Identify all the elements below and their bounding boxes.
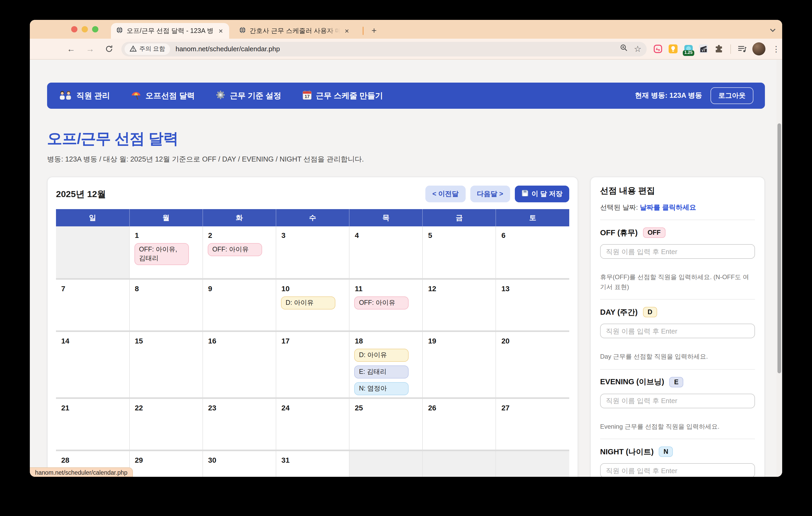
day-number: 9 [203, 279, 276, 293]
calendar-cell-day[interactable]: 18D: 아이유E: 김태리N: 염정아 [349, 331, 423, 398]
calendar-cell-day[interactable]: 27 [496, 398, 569, 450]
calendar-cell-day[interactable]: 22 [129, 398, 202, 450]
umbrella-icon [131, 90, 141, 102]
calendar-cell-day[interactable]: 21 [56, 398, 129, 450]
day-number: 28 [56, 451, 129, 464]
reload-button[interactable] [103, 42, 116, 56]
day-number: 31 [276, 451, 349, 464]
logout-button[interactable]: 로그아웃 [710, 87, 753, 104]
calendar-cell-day[interactable]: 30 [203, 450, 276, 477]
calendar-body: 1OFF: 아이유, 김태리2OFF: 아이유345678910D: 아이유11… [56, 226, 569, 477]
calendar-cell-day[interactable]: 11OFF: 아이유 [349, 279, 423, 331]
calendar-cell-day[interactable]: 13 [496, 279, 569, 331]
off-input[interactable] [600, 244, 755, 259]
calendar-cell-day[interactable]: 31 [276, 450, 349, 477]
tab-inactive[interactable]: 간호사 근무 스케줄러 사용자 매뉴얼 × [234, 23, 355, 39]
save-month-button[interactable]: 이 달 저장 [515, 186, 569, 202]
close-tab-icon[interactable]: × [218, 27, 224, 34]
prev-month-button[interactable]: < 이전달 [426, 186, 465, 202]
save-month-label: 이 달 저장 [531, 189, 562, 199]
calendar-cell-day[interactable]: 26 [423, 398, 496, 450]
event-chip-day[interactable]: D: 아이유 [354, 348, 409, 362]
calendar-cell-day[interactable]: 19 [423, 331, 496, 398]
zoom-window-button[interactable] [92, 26, 98, 32]
calendar-cell-day[interactable]: 29 [129, 450, 202, 477]
calendar-cell-day[interactable]: 7 [56, 279, 129, 331]
calendar-cell-day[interactable]: 15 [129, 331, 202, 398]
day-number: 15 [129, 332, 202, 345]
calendar-cell-day[interactable]: 25 [349, 398, 423, 450]
weekday-sun: 일 [56, 209, 129, 226]
new-tab-button[interactable]: + [368, 25, 380, 37]
next-month-button[interactable]: 다음달 > [470, 186, 510, 202]
nav-item-staff[interactable]: 직원 관리 [59, 90, 110, 101]
weekday-thu: 목 [349, 209, 423, 226]
nav-item-make-schedule[interactable]: 17 근무 스케줄 만들기 [302, 90, 383, 101]
nav-item-label: 오프선점 달력 [145, 91, 195, 101]
nav-item-label: 근무 스케줄 만들기 [316, 91, 383, 101]
calendar-cell-day[interactable]: 17 [276, 331, 349, 398]
calendar-cell-day[interactable]: 4 [349, 226, 423, 279]
browser-menu-icon[interactable]: ⋮ [770, 44, 782, 54]
extensions-puzzle-icon[interactable] [714, 44, 724, 54]
extension-vt-icon[interactable]: VT [698, 44, 709, 54]
event-chip-day[interactable]: D: 아이유 [281, 296, 336, 309]
calendar-cell-day[interactable]: 3 [276, 226, 349, 279]
toolbar-divider [730, 44, 731, 54]
day-number: 7 [56, 279, 129, 293]
address-bar[interactable]: 주의 요함 hanom.net/scheduler/calendar.php ☆ [122, 41, 647, 56]
calendar-cell-day[interactable]: 23 [203, 398, 276, 450]
tab-active[interactable]: 오프/근무 선점 달력 - 123A 병동 × [111, 23, 229, 39]
event-chip-night[interactable]: N: 염정아 [354, 382, 409, 395]
nav-item-settings[interactable]: 근무 기준 설정 [216, 90, 282, 101]
nav-item-off-calendar[interactable]: 오프선점 달력 [131, 90, 195, 102]
evening-input[interactable] [600, 394, 755, 408]
divider [600, 439, 755, 439]
minimize-window-button[interactable] [82, 26, 88, 32]
playlist-music-icon[interactable] [737, 44, 748, 54]
calendar-cell-day[interactable]: 6 [496, 226, 569, 279]
event-chip-off[interactable]: OFF: 아이유, 김태리 [134, 243, 188, 265]
event-chip-off[interactable]: OFF: 아이유 [354, 296, 409, 309]
speed-badge: 1.25 [683, 50, 694, 56]
back-button[interactable]: ← [64, 42, 78, 56]
scrollbar-track[interactable] [776, 60, 782, 477]
scrollbar-thumb[interactable] [778, 123, 781, 373]
tab-divider [362, 27, 364, 35]
editor-title: 선점 내용 편집 [600, 186, 755, 196]
night-input[interactable] [600, 463, 755, 477]
extension-speed-icon[interactable]: 1.25 [683, 44, 694, 54]
zoom-magnifier-icon[interactable] [620, 44, 628, 54]
calendar-cell-day[interactable]: 2OFF: 아이유 [203, 226, 276, 279]
day-input[interactable] [600, 324, 755, 338]
night-badge: N [659, 447, 673, 457]
close-window-button[interactable] [71, 26, 78, 32]
day-number: 19 [423, 332, 495, 345]
close-tab-icon[interactable]: × [344, 27, 350, 34]
chevron-down-icon[interactable] [770, 25, 776, 34]
calendar-cell-day[interactable]: 24 [276, 398, 349, 450]
calendar-cell-day[interactable]: 5 [423, 226, 496, 279]
calendar-cell-empty [56, 226, 129, 279]
calendar-cell-day[interactable]: 8 [129, 279, 202, 331]
site-warning-badge[interactable]: 주의 요함 [125, 43, 170, 55]
calendar-cell-day[interactable]: 9 [203, 279, 276, 331]
calendar-cell-day[interactable]: 20 [496, 331, 569, 398]
event-chip-off[interactable]: OFF: 아이유 [208, 243, 262, 256]
calendar-cell-day[interactable]: 1OFF: 아이유, 김태리 [129, 226, 202, 279]
extension-pink-icon[interactable] [653, 44, 663, 54]
site-navbar: 직원 관리 오프선점 달력 근무 기준 설정 17 근무 스케줄 만들기 현재 … [47, 83, 765, 109]
calendar-cell-day[interactable]: 14 [56, 331, 129, 398]
calendar-cell-day[interactable]: 16 [203, 331, 276, 398]
bookmark-star-icon[interactable]: ☆ [634, 45, 641, 53]
extension-keep-icon[interactable] [668, 44, 678, 54]
day-number: 30 [203, 451, 276, 464]
calendar-cell-empty [349, 450, 423, 477]
profile-avatar[interactable] [752, 42, 765, 55]
event-chip-evening[interactable]: E: 김태리 [354, 365, 409, 378]
selected-date-value[interactable]: 날짜를 클릭하세요 [640, 203, 696, 211]
weekday-header-row: 일 월 화 수 목 금 토 [56, 209, 569, 226]
calendar-cell-day[interactable]: 10D: 아이유 [276, 279, 349, 331]
calendar-cell-day[interactable]: 12 [423, 279, 496, 331]
forward-button[interactable]: → [83, 42, 97, 56]
